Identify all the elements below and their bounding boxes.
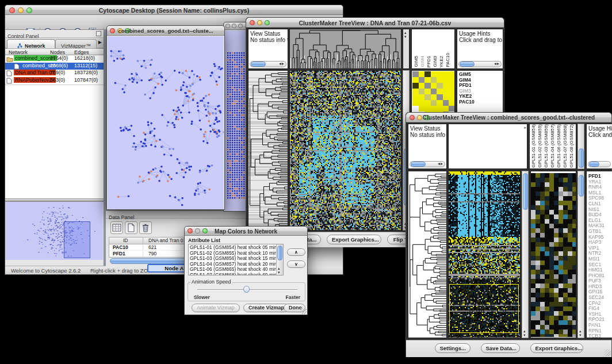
- tv2-column-tree-area[interactable]: ▸: [448, 124, 527, 169]
- matrix-cell[interactable]: [449, 77, 455, 83]
- network-row[interactable]: combined_sco2569(6)13112(15): [5, 63, 104, 70]
- matrix-cell[interactable]: [437, 83, 443, 89]
- tv1-status-hscrollbar[interactable]: ◂▸: [250, 61, 286, 67]
- matrix-cell[interactable]: [443, 106, 449, 112]
- speed-slider-thumb[interactable]: [243, 286, 250, 293]
- matrix-cell[interactable]: [419, 89, 425, 94]
- treeview-combined-window: ClusterMaker TreeView : combined_scores_…: [406, 112, 612, 357]
- matrix-cell[interactable]: [431, 89, 437, 94]
- network-canvas[interactable]: [108, 36, 224, 209]
- network-row[interactable]: combined_scores2764(0)16218(0): [5, 55, 104, 63]
- matrix-cell[interactable]: [424, 94, 431, 100]
- matrix-cell[interactable]: [419, 106, 425, 112]
- matrix-cell[interactable]: [412, 100, 419, 106]
- float-panel-icon[interactable]: [96, 31, 101, 36]
- matrix-cell[interactable]: [424, 77, 431, 83]
- matrix-cell[interactable]: [412, 71, 419, 77]
- matrix-cell[interactable]: [431, 106, 437, 112]
- tv1-heatmap[interactable]: [289, 70, 401, 231]
- tv2-row-dendrogram[interactable]: [408, 171, 447, 338]
- matrix-cell[interactable]: [449, 83, 455, 89]
- matrix-cell[interactable]: [443, 89, 449, 94]
- export-graphics-button[interactable]: Export Graphics...: [530, 343, 583, 353]
- matrix-cell[interactable]: [437, 89, 443, 94]
- select-attributes-button[interactable]: [110, 221, 123, 234]
- tab-network[interactable]: Network: [7, 39, 55, 48]
- tv2-heatmap[interactable]: [448, 171, 521, 338]
- matrix-cell[interactable]: [412, 94, 419, 100]
- network-row[interactable]: DNA and Tran 07769(0)183728(0): [5, 70, 104, 77]
- matrix-cell[interactable]: [431, 71, 437, 77]
- matrix-cell[interactable]: [449, 89, 455, 94]
- node-count: 2569(6): [50, 63, 68, 68]
- tv1-view-status-panel: View Status No status info f ◂▸: [248, 29, 288, 69]
- matrix-cell[interactable]: [424, 100, 431, 106]
- matrix-cell[interactable]: [431, 83, 437, 89]
- attribute-listbox[interactable]: GPL51-01 (GSM854) heat shock 05 minGPL51…: [188, 244, 284, 275]
- matrix-cell[interactable]: [449, 94, 455, 100]
- matrix-cell[interactable]: [431, 94, 437, 100]
- tab-overflow-arrow[interactable]: ▶: [98, 40, 102, 45]
- move-up-button[interactable]: ∧: [287, 248, 305, 256]
- matrix-cell[interactable]: [412, 106, 419, 112]
- main-titlebar[interactable]: Cytoscape Desktop (Session Name: collins…: [5, 5, 343, 15]
- attribute-list-vscrollbar[interactable]: ▴▾: [276, 244, 283, 275]
- matrix-cell[interactable]: [412, 77, 419, 83]
- column-label: YKE2: [438, 56, 445, 67]
- matrix-cell[interactable]: [424, 106, 431, 112]
- matrix-cell[interactable]: [443, 71, 449, 77]
- tv2-hints-hscrollbar[interactable]: [588, 161, 611, 167]
- matrix-cell[interactable]: [437, 77, 443, 83]
- matrix-cell[interactable]: [419, 94, 425, 100]
- matrix-cell[interactable]: [437, 71, 443, 77]
- tv2-heatmap-vscrollbar[interactable]: ▴▾: [522, 171, 529, 338]
- matrix-cell[interactable]: [431, 100, 437, 106]
- matrix-cell[interactable]: [419, 83, 425, 89]
- matrix-cell[interactable]: [424, 71, 431, 77]
- network-overview-panel[interactable]: [5, 201, 104, 260]
- animate-vizmap-button[interactable]: Animate Vizmap: [192, 304, 240, 312]
- tv2-gene-labels-panel: PFD1YRA1RNR4MSL1SPC98CLN1NIS1BUD4ELG1MAK…: [586, 171, 612, 338]
- save-data-button[interactable]: Save Data...: [481, 343, 520, 353]
- network-table-header: Network Nodes Edges: [5, 48, 104, 55]
- faster-label: Faster: [285, 294, 300, 300]
- matrix-cell[interactable]: [431, 77, 437, 83]
- matrix-cell[interactable]: [443, 77, 449, 83]
- matrix-cell[interactable]: [443, 94, 449, 100]
- tv1-hints-hscrollbar[interactable]: ◂▸: [458, 61, 502, 67]
- create-vizmap-button[interactable]: Create Vizmap: [243, 304, 289, 312]
- tab-vizmapper[interactable]: VizMapper™: [55, 39, 97, 48]
- matrix-cell[interactable]: [437, 100, 443, 106]
- tv2-collabels-vscrollbar[interactable]: [577, 124, 584, 169]
- matrix-cell[interactable]: [437, 94, 443, 100]
- delete-attribute-button[interactable]: [139, 221, 152, 234]
- move-down-button[interactable]: ∨: [287, 260, 305, 268]
- matrix-cell[interactable]: [419, 100, 425, 106]
- matrix-cell[interactable]: [419, 77, 425, 83]
- matrix-cell[interactable]: [443, 100, 449, 106]
- network-row[interactable]: RNAPuberNov2+563(0)107847(0): [5, 77, 104, 85]
- settings-button[interactable]: Settings...: [435, 343, 471, 353]
- export-graphics-button[interactable]: Export Graphics...: [327, 235, 381, 244]
- gene-label[interactable]: TCB3: [587, 334, 605, 338]
- tv2-zoomview-vscrollbar[interactable]: ▴▾: [577, 171, 584, 338]
- matrix-cell[interactable]: [443, 83, 449, 89]
- matrix-cell[interactable]: [412, 89, 419, 94]
- matrix-cell[interactable]: [419, 71, 425, 77]
- matrix-cell[interactable]: [412, 83, 419, 89]
- column-label: GPL51-08 (GSM872): [568, 124, 575, 168]
- matrix-cell[interactable]: [449, 100, 455, 106]
- tv1-column-dendrogram[interactable]: [289, 29, 401, 69]
- gene-label[interactable]: PAC10: [458, 99, 475, 105]
- tv2-status-hscrollbar[interactable]: ◂▸: [410, 161, 445, 167]
- tv1-row-dendrogram[interactable]: [248, 70, 288, 231]
- matrix-cell[interactable]: [437, 106, 443, 112]
- matrix-cell[interactable]: [449, 106, 455, 112]
- matrix-cell[interactable]: [449, 71, 455, 77]
- attribute-list-item[interactable]: GPL51-07 (GSM868) heat shock 60 min: [189, 273, 276, 276]
- node-count: 769(0): [50, 70, 65, 75]
- matrix-cell[interactable]: [424, 89, 431, 94]
- matrix-cell[interactable]: [424, 83, 431, 89]
- tv2-zoom-view[interactable]: [530, 171, 576, 338]
- new-attribute-button[interactable]: [125, 221, 137, 234]
